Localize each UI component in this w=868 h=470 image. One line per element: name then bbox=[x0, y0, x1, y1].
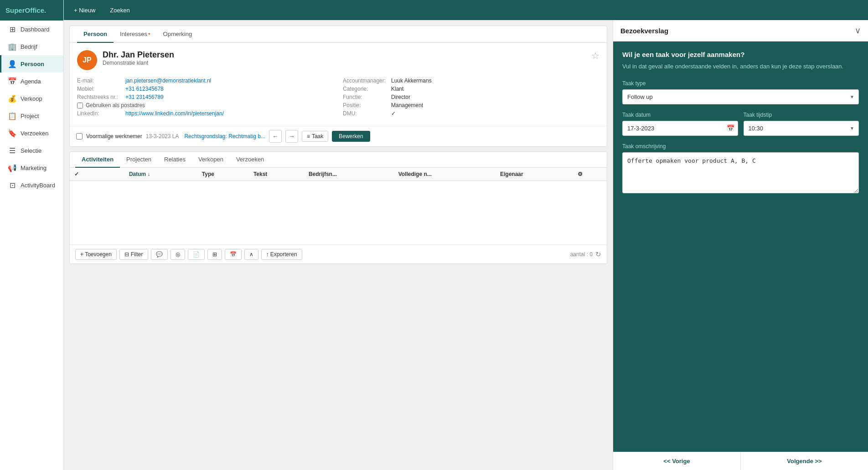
taak-tijdstip-wrapper: 10:30 bbox=[744, 121, 859, 136]
table-row bbox=[70, 181, 607, 245]
next-nav-button[interactable]: → bbox=[285, 130, 298, 143]
sidebar-item-activityboard[interactable]: ⊡ActivityBoard bbox=[0, 176, 63, 194]
taak-type-group: Taak type Follow up bbox=[622, 80, 859, 104]
taak-type-select[interactable]: Follow up bbox=[622, 89, 859, 104]
act-tab-verkopen[interactable]: Verkopen bbox=[192, 152, 230, 168]
task-prompt: Wil je een taak voor jezelf aanmaken? Vu… bbox=[622, 51, 859, 71]
taak-datum-input[interactable] bbox=[622, 121, 738, 136]
legal-link[interactable]: Rechtsgrondslag: Rechtmatig b... bbox=[184, 133, 265, 139]
person-details: E-mail: jan.pietersen@demonstratieklant.… bbox=[77, 77, 599, 119]
col-datum[interactable]: Datum ↓ bbox=[124, 168, 197, 181]
export-button[interactable]: ↑ Exporteren bbox=[261, 249, 302, 260]
chevron-up-btn[interactable]: ∧ bbox=[244, 249, 258, 260]
prev-nav-button[interactable]: ← bbox=[269, 130, 282, 143]
sidebar-item-selectie[interactable]: ☰Selectie bbox=[0, 142, 63, 159]
toevoegen-button[interactable]: + Toevoegen bbox=[75, 249, 117, 260]
col-type[interactable]: Type bbox=[197, 168, 249, 181]
positie-row: Positie: Management bbox=[343, 102, 599, 108]
col-check[interactable]: ✓ bbox=[70, 168, 103, 181]
sidebar-item-agenda[interactable]: 📅Agenda bbox=[0, 72, 63, 90]
sidebar-item-bedrijf[interactable]: 🏢Bedrijf bbox=[0, 38, 63, 55]
taak-omschrijving-label: Taak omschrijving bbox=[622, 143, 859, 150]
prev-button[interactable]: << Vorige bbox=[613, 452, 741, 470]
sidebar-item-verkoop[interactable]: 💰Verkoop bbox=[0, 90, 63, 107]
task-prompt-title: Wil je een taak voor jezelf aanmaken? bbox=[622, 51, 859, 58]
new-button[interactable]: + Nieuw bbox=[70, 5, 99, 15]
col-eigenaar[interactable]: Eigenaar bbox=[496, 168, 573, 181]
activities-table: ✓Datum ↓TypeTekstBedrijfsn...Volledige n… bbox=[70, 168, 607, 245]
person-tab-persoon[interactable]: Persoon bbox=[77, 26, 114, 43]
col-volledige[interactable]: Volledige n... bbox=[394, 168, 496, 181]
filter-button[interactable]: ⊟ Filter bbox=[119, 249, 148, 260]
rechtstreeks-link[interactable]: +31 231456789 bbox=[125, 94, 164, 100]
right-panel-header: Bezoekverslag ∨ bbox=[613, 20, 868, 41]
marketing-icon: 📢 bbox=[8, 163, 17, 172]
sidebar-item-project[interactable]: 📋Project bbox=[0, 107, 63, 124]
taak-tijdstip-select[interactable]: 10:30 bbox=[744, 121, 859, 136]
linkedin-row: LinkedIn: https://www.linkedin.com/in/pi… bbox=[77, 110, 334, 117]
right-panel-footer: << Vorige Volgende >> bbox=[613, 452, 868, 470]
sidebar-item-verzoeken[interactable]: 🔖Verzoeken bbox=[0, 124, 63, 142]
functie-row: Functie: Director bbox=[343, 94, 599, 100]
mobiel-row: Mobiel: +31 612345678 bbox=[77, 86, 334, 92]
person-card: PersoonInteresses•Opmerking JP Dhr. Jan … bbox=[69, 26, 607, 147]
voormalige-checkbox[interactable] bbox=[76, 133, 83, 139]
refresh-button[interactable]: ↻ bbox=[595, 250, 601, 258]
categorie-row: Categorie: Klant bbox=[343, 86, 599, 92]
taak-datum-group: Taak datum 📅 bbox=[622, 112, 738, 136]
taak-datum-wrapper: 📅 bbox=[622, 121, 738, 136]
next-button[interactable]: Volgende >> bbox=[741, 452, 868, 470]
act-tab-relaties[interactable]: Relaties bbox=[158, 152, 192, 168]
taak-omschrijving-input[interactable] bbox=[622, 152, 859, 193]
avatar: JP bbox=[77, 50, 97, 70]
check-icon-btn[interactable]: ◎ bbox=[170, 249, 185, 260]
search-button[interactable]: Zoeken bbox=[106, 5, 133, 15]
sidebar-label-verkoop: Verkoop bbox=[21, 95, 42, 102]
sidebar-item-dashboard[interactable]: ⊞Dashboard bbox=[0, 21, 63, 38]
taak-label: Taak bbox=[312, 133, 323, 139]
topbar: + Nieuw Zoeken bbox=[64, 0, 868, 20]
collapse-button[interactable]: ∨ bbox=[855, 26, 861, 36]
col-tekst[interactable]: Tekst bbox=[249, 168, 304, 181]
selectie-icon: ☰ bbox=[8, 146, 17, 155]
rechtstreeks-row: Rechtstreeks nr.: +31 231456789 bbox=[77, 94, 334, 100]
sidebar-item-marketing[interactable]: 📢Marketing bbox=[0, 159, 63, 176]
taak-icon: ≡ bbox=[307, 133, 310, 139]
favorite-button[interactable]: ☆ bbox=[591, 50, 599, 61]
person-tab-opmerking[interactable]: Opmerking bbox=[157, 26, 199, 43]
col-settings[interactable]: ⚙ bbox=[573, 168, 607, 181]
activityboard-icon: ⊡ bbox=[8, 181, 17, 190]
bedrijf-icon: 🏢 bbox=[8, 42, 17, 51]
act-tab-projecten[interactable]: Projecten bbox=[120, 152, 158, 168]
act-tab-verzoeken[interactable]: Verzoeken bbox=[230, 152, 270, 168]
cal-icon-btn[interactable]: 📅 bbox=[225, 249, 242, 260]
sidebar-label-agenda: Agenda bbox=[21, 78, 41, 85]
right-panel: Bezoekverslag ∨ Wil je een taak voor jez… bbox=[613, 20, 868, 470]
grid-icon-btn[interactable]: ⊞ bbox=[207, 249, 222, 260]
doc-icon-btn[interactable]: 📄 bbox=[188, 249, 205, 260]
person-info: Dhr. Jan Pietersen Demonstratie klant bbox=[103, 50, 174, 66]
sidebar-label-project: Project bbox=[21, 113, 39, 119]
taak-type-wrapper: Follow up bbox=[622, 89, 859, 104]
linkedin-link[interactable]: https://www.linkedin.com/in/pietersenjan… bbox=[125, 110, 224, 117]
sidebar-label-bedrijf: Bedrijf bbox=[21, 43, 37, 50]
sidebar: SuperOffice. ⊞Dashboard🏢Bedrijf👤Persoon📅… bbox=[0, 0, 64, 470]
taak-button[interactable]: ≡ Taak bbox=[302, 131, 328, 142]
comment-icon-btn[interactable]: 💬 bbox=[151, 249, 168, 260]
col-status[interactable] bbox=[103, 168, 124, 181]
postadres-checkbox[interactable] bbox=[77, 103, 83, 108]
sidebar-label-marketing: Marketing bbox=[21, 165, 46, 171]
col-bedrijf[interactable]: Bedrijfsn... bbox=[304, 168, 394, 181]
bewerken-button[interactable]: Bewerken bbox=[332, 131, 370, 142]
act-tab-activiteiten[interactable]: Activiteiten bbox=[75, 152, 120, 168]
mobiel-link[interactable]: +31 612345678 bbox=[125, 86, 164, 92]
count-label: aantal : 0 bbox=[570, 251, 593, 258]
sidebar-label-dashboard: Dashboard bbox=[21, 26, 50, 33]
email-row: E-mail: jan.pietersen@demonstratieklant.… bbox=[77, 77, 334, 84]
email-link[interactable]: jan.pietersen@demonstratieklant.nl bbox=[125, 77, 211, 84]
task-prompt-desc: Vul in dat geval alle onderstaande velde… bbox=[622, 62, 859, 71]
dmu-row: DMU: ✓ bbox=[343, 110, 599, 117]
filter-label: Filter bbox=[131, 251, 143, 258]
person-tab-interesses[interactable]: Interesses• bbox=[114, 26, 157, 43]
sidebar-item-persoon[interactable]: 👤Persoon bbox=[0, 55, 63, 72]
